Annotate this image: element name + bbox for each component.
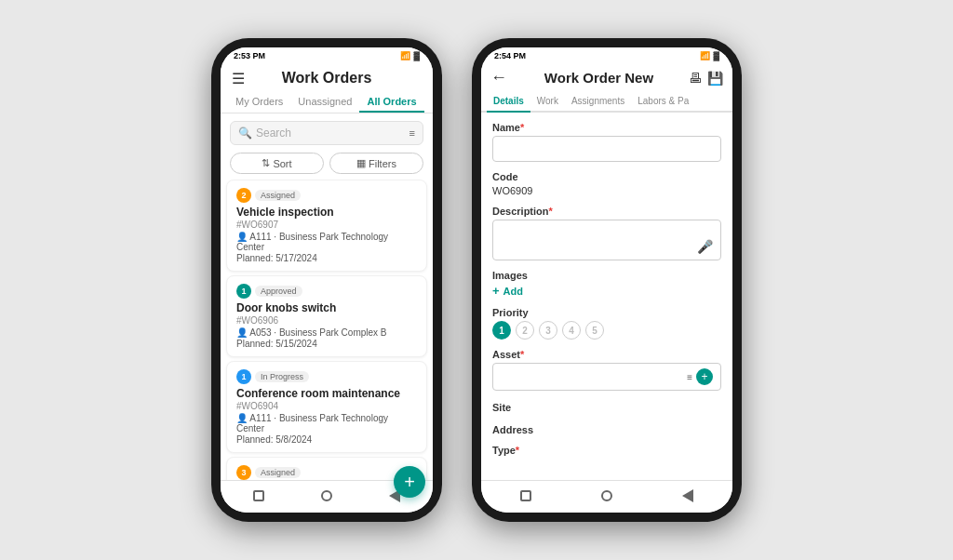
right-square-icon	[520, 490, 531, 501]
wo-location-0: 👤 A111 · Business Park Technology Center	[236, 232, 417, 252]
left-header-title: Work Orders	[282, 70, 372, 87]
wo-status-0: Assigned	[255, 190, 301, 201]
address-label: Address	[492, 422, 721, 435]
wo-id-1: #WO6906	[236, 315, 417, 326]
filter-label: Filters	[369, 158, 396, 169]
wo-badge-num-1: 1	[236, 284, 251, 299]
priority-2[interactable]: 2	[516, 321, 534, 340]
right-back-icon	[682, 489, 693, 502]
tab-unassigned[interactable]: Unassigned	[290, 90, 359, 113]
code-value: WO6909	[492, 185, 721, 196]
right-status-icons: 📶 ▓	[700, 51, 719, 60]
asset-input-icons: ≡ +	[687, 368, 713, 385]
microphone-icon[interactable]: 🎤	[697, 239, 713, 254]
print-icon[interactable]: 🖶	[689, 71, 702, 86]
left-time: 2:53 PM	[234, 51, 265, 60]
name-label: Name*	[492, 122, 721, 133]
right-circle-icon	[601, 490, 612, 501]
right-phone: 2:54 PM 📶 ▓ ← Work Order New 🖶 💾 Details…	[472, 38, 742, 522]
work-orders-list: 2 Assigned Vehicle inspection #WO6907 👤 …	[221, 180, 433, 480]
wo-location-2: 👤 A111 · Business Park Technology Center	[236, 413, 417, 433]
code-group: Code WO6909	[492, 171, 721, 196]
phones-container: 2:53 PM 📶 ▓ ☰ Work Orders My Orders Unas…	[0, 0, 953, 560]
back-button[interactable]: ←	[490, 68, 507, 87]
right-header-title: Work Order New	[513, 70, 685, 86]
wo-id-2: #WO6904	[236, 401, 417, 411]
hamburger-icon[interactable]: ☰	[232, 70, 245, 87]
wo-card-2[interactable]: 1 In Progress Conference room maintenanc…	[226, 361, 427, 453]
add-label: Add	[503, 286, 523, 297]
right-nav-square-btn[interactable]	[517, 487, 535, 505]
person-icon-1: 👤	[236, 327, 248, 338]
search-bar[interactable]: 🔍 Search ≡	[230, 121, 423, 145]
priority-5[interactable]: 5	[585, 321, 604, 340]
asset-barcode-icon[interactable]: ≡	[687, 372, 692, 382]
name-group: Name*	[492, 122, 721, 162]
barcode-icon[interactable]: ≡	[409, 127, 415, 139]
wo-card-0[interactable]: 2 Assigned Vehicle inspection #WO6907 👤 …	[226, 180, 427, 272]
filter-icon: ▦	[356, 157, 366, 169]
sort-icon: ⇅	[262, 157, 270, 169]
wo-id-0: #WO6907	[236, 220, 417, 230]
wo-date-0: Planned: 5/17/2024	[236, 253, 417, 263]
search-icon: 🔍	[238, 127, 252, 140]
priority-4[interactable]: 4	[562, 321, 581, 340]
priority-1[interactable]: 1	[492, 321, 511, 340]
left-tabs-row: My Orders Unassigned All Orders	[221, 90, 433, 113]
priority-row: 1 2 3 4 5	[492, 321, 721, 340]
wo-name-0: Vehicle inspection	[236, 206, 417, 219]
person-icon-2: 👤	[236, 413, 248, 423]
name-required: *	[520, 122, 524, 133]
add-work-order-fab[interactable]: +	[394, 466, 425, 498]
wo-name-1: Door knobs switch	[236, 301, 417, 314]
wifi-icon: 📶	[400, 51, 410, 60]
description-input[interactable]: 🎤	[492, 220, 721, 260]
site-group: Site	[492, 400, 721, 413]
wo-name-2: Conference room maintenance	[236, 387, 417, 400]
description-label: Description*	[492, 206, 721, 217]
save-icon[interactable]: 💾	[707, 71, 723, 86]
asset-input[interactable]: ≡ +	[492, 363, 721, 391]
code-label: Code	[492, 171, 721, 182]
wo-badge-row-0: 2 Assigned	[236, 188, 417, 203]
battery-icon: ▓	[413, 51, 420, 60]
nav-square-btn[interactable]	[249, 487, 268, 505]
left-phone-screen: 2:53 PM 📶 ▓ ☰ Work Orders My Orders Unas…	[221, 47, 433, 513]
tab-my-orders[interactable]: My Orders	[228, 90, 290, 113]
search-placeholder: Search	[256, 127, 406, 140]
priority-3[interactable]: 3	[539, 321, 557, 340]
sort-label: Sort	[273, 158, 291, 169]
tab-all-orders[interactable]: All Orders	[359, 90, 423, 113]
tab-labors[interactable]: Labors & Pa	[631, 91, 695, 111]
sort-button[interactable]: ⇅ Sort	[230, 153, 324, 174]
asset-add-button[interactable]: +	[696, 368, 713, 385]
images-group: Images + Add	[492, 270, 721, 298]
asset-label: Asset*	[492, 349, 721, 360]
name-input[interactable]	[492, 136, 721, 162]
filter-row: ⇅ Sort ▦ Filters	[230, 153, 423, 174]
right-bottom-nav	[481, 480, 732, 513]
plus-icon: +	[492, 284, 500, 298]
right-status-bar: 2:54 PM 📶 ▓	[481, 47, 732, 62]
tab-work[interactable]: Work	[530, 91, 565, 111]
wo-card-1[interactable]: 1 Approved Door knobs switch #WO6906 👤 A…	[226, 275, 427, 357]
tab-details[interactable]: Details	[487, 91, 530, 113]
priority-label: Priority	[492, 307, 721, 318]
right-nav-triangle-btn[interactable]	[678, 487, 697, 505]
nav-circle-btn[interactable]	[317, 487, 336, 505]
type-label: Type*	[492, 445, 721, 456]
add-images-button[interactable]: + Add	[492, 284, 721, 298]
priority-group: Priority 1 2 3 4 5	[492, 307, 721, 340]
work-order-form: Name* Code WO6909 Description* 🎤	[481, 113, 732, 480]
filter-button[interactable]: ▦ Filters	[329, 153, 423, 174]
right-time: 2:54 PM	[494, 51, 526, 60]
square-icon	[253, 490, 264, 501]
tab-assignments[interactable]: Assignments	[565, 91, 631, 111]
wo-badge-row-3: 3 Assigned	[236, 465, 417, 480]
wo-badge-row-1: 1 Approved	[236, 284, 417, 299]
left-status-icons: 📶 ▓	[400, 51, 420, 60]
description-group: Description* 🎤	[492, 206, 721, 260]
images-label: Images	[492, 270, 721, 281]
right-phone-screen: 2:54 PM 📶 ▓ ← Work Order New 🖶 💾 Details…	[481, 47, 732, 513]
right-nav-circle-btn[interactable]	[597, 487, 616, 505]
